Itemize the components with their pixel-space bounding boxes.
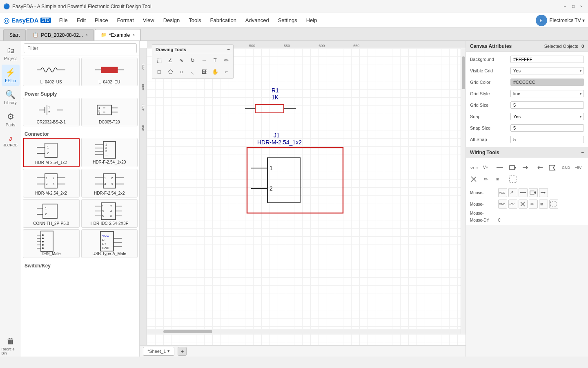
tool-rotate[interactable]: ↻ <box>187 55 198 65</box>
horizontal-scroll-thumb[interactable] <box>163 330 212 333</box>
component-cr2032[interactable]: 1 2 CR2032-BS-2-1 <box>23 98 80 126</box>
tab-pcb[interactable]: 📋 PCB_2020-08-02... × <box>27 29 94 40</box>
tool-arrow[interactable]: → <box>199 55 209 65</box>
wt-vcc[interactable]: VCC <box>468 162 479 173</box>
tool-corner[interactable]: ⌐ <box>221 66 232 77</box>
mouse-btn-select2[interactable] <box>549 200 558 209</box>
maximize-button[interactable]: □ <box>570 3 577 10</box>
tool-rect[interactable]: □ <box>154 66 164 77</box>
grid-style-select[interactable]: line dot <box>510 90 584 97</box>
snap-size-input[interactable] <box>510 124 584 132</box>
mouse-btn-arrow2[interactable] <box>539 188 548 197</box>
tool-arc[interactable]: ∿ <box>176 55 187 65</box>
menu-file[interactable]: File <box>55 16 72 25</box>
tool-arc2[interactable]: ◟ <box>187 66 198 77</box>
wt-pencil[interactable]: ✏ <box>481 174 492 184</box>
component-l0402-us[interactable]: L_0402_US <box>23 58 80 86</box>
wt-noconn[interactable] <box>468 174 479 184</box>
mouse-btn-5v[interactable]: +5V <box>508 200 517 209</box>
tool-image[interactable]: 🖼 <box>199 66 209 77</box>
component-db9-male[interactable]: DB9_Male <box>23 229 80 258</box>
wt-multi[interactable]: ⊞ <box>494 174 505 184</box>
add-sheet-button[interactable]: + <box>178 347 187 356</box>
tool-wire[interactable]: ∠ <box>165 55 175 65</box>
vertical-scroll-thumb[interactable] <box>462 56 465 89</box>
sheet-tab-1[interactable]: *Sheet_1 ▾ <box>143 347 174 356</box>
nav-project[interactable]: 🗂 Project <box>2 43 20 64</box>
tool-select[interactable]: ⬚ <box>154 55 164 65</box>
main-canvas[interactable]: 400 450 500 550 600 650 350 400 450 350 <box>140 41 466 345</box>
vertical-scrollbar[interactable] <box>461 48 466 334</box>
wt-voltage[interactable]: V▿ <box>481 162 492 173</box>
mouse-btn-pencil2[interactable]: ✏ <box>529 200 538 209</box>
menu-advanced[interactable]: Advanced <box>241 16 273 25</box>
tab-example[interactable]: 📁 *Example × <box>95 29 141 40</box>
search-input[interactable] <box>24 43 137 53</box>
tool-text[interactable]: T <box>210 55 220 65</box>
tab-start-label: Start <box>9 32 20 38</box>
component-dc005[interactable]: 1 3 2 DC005-T20 <box>81 98 138 126</box>
mouse-btn-gnd[interactable]: GND <box>498 200 507 209</box>
wt-wire[interactable] <box>494 162 505 173</box>
snap-size-label: Snap Size <box>470 126 509 130</box>
component-hdr-f-2x2[interactable]: 1 2 3 4 HDR-F-2.54_2x2 <box>81 169 138 197</box>
nav-jlcpcb[interactable]: J JLCPCB <box>2 131 20 152</box>
component-hdr-idc-2x3[interactable]: 1 2 3 4 5 6 HDR-IDC-2.54-2X3F <box>81 199 138 228</box>
mouse-btn-grid[interactable]: ⊞ <box>539 200 548 209</box>
drawing-tools-collapse[interactable]: − <box>227 47 230 52</box>
svg-text:2: 2 <box>270 185 273 192</box>
tool-circle[interactable]: ○ <box>176 66 187 77</box>
grid-size-input[interactable] <box>510 101 584 109</box>
component-l0402-eu[interactable]: L_0402_EU <box>81 58 138 86</box>
menu-fabrication[interactable]: Fabrication <box>206 16 241 25</box>
wt-flag[interactable] <box>547 162 558 173</box>
background-input[interactable] <box>510 56 584 63</box>
minimize-button[interactable]: − <box>562 3 568 10</box>
canvas-attributes-header[interactable]: Canvas Attributes Selected Objects 0 <box>466 41 588 52</box>
tab-start[interactable]: Start <box>3 29 26 40</box>
component-usb-a[interactable]: VCC D- D+ GND USB-Type-A_Male <box>81 229 138 258</box>
mouse-btn-vcc[interactable]: VCC <box>498 188 507 197</box>
component-hdr-f-1x20[interactable]: 1 2 3 ... HDR-F-2.54_1x20 <box>81 138 138 167</box>
component-conn-th-2p[interactable]: 1 2 CONN-TH_2P-P5.0 <box>23 199 80 228</box>
menu-settings[interactable]: Settings <box>274 16 301 25</box>
tab-pcb-close[interactable]: × <box>85 33 88 37</box>
wiring-tools-collapse[interactable]: − <box>581 150 584 155</box>
horizontal-scrollbar[interactable] <box>147 329 461 334</box>
nav-eelib[interactable]: ⚡ EELib <box>2 65 20 86</box>
wt-gnd[interactable]: GND <box>560 162 571 173</box>
wiring-tools-header[interactable]: Wiring Tools − <box>466 147 588 158</box>
wt-plus-v[interactable]: +5V <box>573 162 584 173</box>
mouse-btn-noconn[interactable] <box>519 200 528 209</box>
menu-help[interactable]: Help <box>302 16 321 25</box>
wt-arrow-left[interactable] <box>534 162 545 173</box>
menu-tools[interactable]: Tools <box>185 16 205 25</box>
visible-grid-select[interactable]: Yes No <box>510 67 584 74</box>
component-hdr-m-2x2[interactable]: 1 2 3 4 HDR-M-2.54_2x2 <box>23 169 80 197</box>
wt-netport[interactable] <box>508 162 518 173</box>
tab-example-close[interactable]: × <box>132 33 135 37</box>
menu-design[interactable]: Design <box>159 16 184 25</box>
snap-select[interactable]: Yes No <box>510 113 584 120</box>
menu-view[interactable]: View <box>139 16 158 25</box>
menu-place[interactable]: Place <box>91 16 112 25</box>
tool-pencil[interactable]: ✏ <box>221 55 232 65</box>
wt-arrow-right[interactable] <box>521 162 531 173</box>
nav-library[interactable]: 🔍 Library <box>2 87 20 108</box>
mouse-btn-line[interactable] <box>519 188 528 197</box>
nav-recycle[interactable]: 🗑 Recycle Bin <box>2 335 20 357</box>
alt-snap-input[interactable] <box>510 136 584 143</box>
tool-hand[interactable]: ✋ <box>210 66 220 77</box>
nav-parts[interactable]: ⚙ Parts <box>2 109 20 130</box>
user-avatar[interactable]: E <box>536 15 547 26</box>
tool-pentagon[interactable]: ⬠ <box>165 66 175 77</box>
menu-format[interactable]: Format <box>113 16 138 25</box>
mouse-btn-net[interactable] <box>529 188 538 197</box>
component-hdr-m-1x2[interactable]: 1 2 HDR-M-2.54_1x2 <box>23 138 80 167</box>
close-button[interactable]: × <box>578 3 585 10</box>
mouse-btn-arrow[interactable]: ↗ <box>508 188 517 197</box>
menu-edit[interactable]: Edit <box>73 16 90 25</box>
wt-select[interactable] <box>508 174 518 184</box>
wiring-tools-grid: VCC V▿ <box>466 160 588 187</box>
grid-color-input[interactable] <box>510 79 584 86</box>
